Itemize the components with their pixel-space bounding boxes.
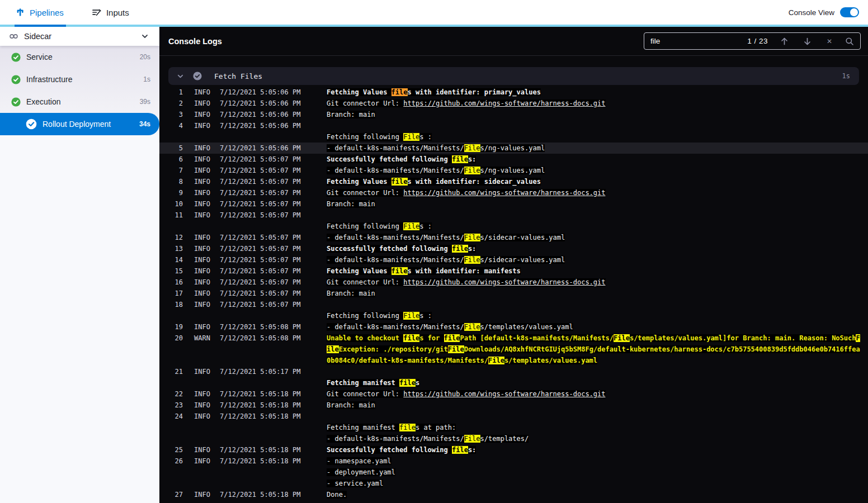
step-label: Service [26, 53, 53, 61]
log-message: Done. [327, 489, 861, 500]
sidebar-item-execution[interactable]: Execution39s [0, 91, 159, 113]
log-text: s/templates/values.yaml]for Branch: main… [630, 334, 856, 342]
log-row: 7INFO7/12/2021 5:05:07 PM- default-k8s-m… [159, 165, 868, 176]
log-section-header[interactable]: Fetch Files 1s [168, 67, 859, 85]
log-timestamp [220, 221, 301, 232]
log-text: Path [default-k8s-manifests/Manifests/ [460, 334, 614, 342]
log-level: INFO [194, 154, 214, 165]
log-row: Fetching manifest files [159, 377, 868, 388]
log-message: Fetching following Files : [327, 131, 861, 143]
sidebar-item-rollout-deployment[interactable]: Rollout Deployment34s [0, 113, 159, 135]
search-input[interactable]: file [650, 37, 660, 45]
step-label: Rollout Deployment [43, 120, 111, 129]
log-message: Git connector Url: https://github.com/wi… [327, 277, 861, 288]
log-text: Branch: main [327, 200, 375, 208]
log-level: INFO [194, 198, 214, 210]
log-text: s/sidecar-values.yaml [480, 234, 565, 241]
log-level: INFO [194, 120, 214, 131]
log-search-box[interactable]: file 1 / 23 ✕ [644, 32, 861, 50]
log-level: INFO [194, 210, 214, 221]
log-level: WARN [194, 333, 214, 366]
section-chevron-down-icon[interactable] [176, 72, 185, 80]
log-text: - default-k8s-manifests/Manifests/ [327, 435, 464, 443]
log-line-number: 2 [168, 98, 183, 109]
log-link[interactable]: https://github.com/wings-software/harnes… [403, 278, 605, 286]
pipelines-icon [16, 8, 25, 17]
search-match-highlight: File [403, 312, 419, 320]
log-line-number: 25 [168, 444, 183, 455]
log-timestamp [220, 467, 301, 478]
log-row: 18INFO7/12/2021 5:05:07 PM [159, 299, 868, 310]
log-row: 25INFO7/12/2021 5:05:18 PMSuccessfully f… [159, 444, 868, 455]
log-text: Git connector Url: [327, 390, 403, 398]
tab-inputs[interactable]: Inputs [92, 0, 129, 25]
log-text: s/sidecar-values.yaml [480, 256, 565, 264]
log-message: - namespace.yaml [327, 455, 861, 467]
log-text: - default-k8s-manifests/Manifests/ [327, 144, 464, 152]
step-list: Service20sInfrastructure1sExecution39sRo… [0, 46, 159, 135]
tab-pipelines[interactable]: Pipelines [16, 0, 64, 25]
log-timestamp [220, 377, 301, 388]
log-level: INFO [194, 98, 214, 109]
search-match-highlight: file [399, 379, 416, 387]
search-match-highlight: File [464, 256, 480, 264]
chevron-down-icon[interactable] [140, 32, 149, 41]
log-text: s : [419, 133, 432, 141]
log-line-number: 8 [168, 176, 183, 187]
log-row: 26INFO7/12/2021 5:05:18 PM- namespace.ya… [159, 455, 868, 467]
sidebar-item-infrastructure[interactable]: Infrastructure1s [0, 68, 159, 91]
log-line-number [168, 422, 183, 433]
log-message: - default-k8s-manifests/Manifests/Files/… [327, 254, 861, 265]
log-row: 8INFO7/12/2021 5:05:07 PMFetching Values… [159, 176, 868, 187]
log-timestamp: 7/12/2021 5:05:07 PM [220, 187, 301, 198]
previous-match-icon[interactable] [780, 37, 789, 46]
log-link[interactable]: https://github.com/wings-software/harnes… [403, 99, 605, 107]
log-row: 1INFO7/12/2021 5:05:06 PMFetching Values… [159, 87, 868, 98]
step-label: Execution [26, 97, 60, 106]
log-line-number [168, 377, 183, 388]
log-row: 20WARN7/12/2021 5:05:08 PMUnable to chec… [159, 333, 868, 366]
search-icon[interactable] [845, 37, 854, 46]
log-text: Fetching manifest [327, 424, 399, 431]
log-row: 10INFO7/12/2021 5:05:07 PMBranch: main [159, 198, 868, 210]
log-text: Branch: main [327, 111, 375, 118]
toggle-knob [850, 8, 858, 16]
log-link[interactable]: https://github.com/wings-software/harnes… [403, 189, 605, 197]
log-list: 1INFO7/12/2021 5:05:06 PMFetching Values… [159, 87, 868, 500]
log-level: INFO [194, 265, 214, 277]
search-match-highlight: File [464, 167, 480, 174]
log-level: INFO [194, 254, 214, 265]
log-text: Successfully fetched following [327, 446, 452, 454]
console-view-toggle[interactable] [840, 7, 859, 17]
sidebar-item-service[interactable]: Service20s [0, 46, 159, 68]
log-timestamp: 7/12/2021 5:05:06 PM [220, 98, 301, 109]
log-line-number: 16 [168, 277, 183, 288]
log-message: - deployment.yaml [327, 467, 861, 478]
log-timestamp: 7/12/2021 5:05:07 PM [220, 176, 301, 187]
log-line-number: 3 [168, 109, 183, 120]
log-message: Git connector Url: https://github.com/wi… [327, 187, 861, 198]
log-message: - default-k8s-manifests/Manifests/Files/… [327, 143, 861, 154]
log-line-number: 23 [168, 400, 183, 411]
log-message: Fetching manifest files [327, 377, 861, 388]
log-text: Fetching following [327, 222, 403, 230]
next-match-icon[interactable] [803, 37, 812, 46]
log-link[interactable]: https://github.com/wings-software/harnes… [403, 390, 605, 398]
log-timestamp: 7/12/2021 5:05:08 PM [220, 333, 301, 366]
log-level: INFO [194, 87, 214, 98]
log-timestamp [220, 310, 301, 321]
stage-selector[interactable]: Sidecar [0, 27, 159, 46]
search-match-highlight: file [403, 334, 419, 342]
log-line-number: 4 [168, 120, 183, 131]
log-level: INFO [194, 489, 214, 500]
search-match-counter: 1 / 23 [747, 37, 768, 45]
log-level: INFO [194, 109, 214, 120]
log-text: Git connector Url: [327, 99, 403, 107]
clear-search-icon[interactable]: ✕ [827, 37, 832, 45]
log-level: INFO [194, 277, 214, 288]
log-level: INFO [194, 321, 214, 333]
log-row: 22INFO7/12/2021 5:05:18 PMGit connector … [159, 388, 868, 400]
search-match-highlight: File [403, 133, 419, 141]
log-message: Fetching Values files with identifier: m… [327, 265, 861, 277]
log-line-number: 9 [168, 187, 183, 198]
